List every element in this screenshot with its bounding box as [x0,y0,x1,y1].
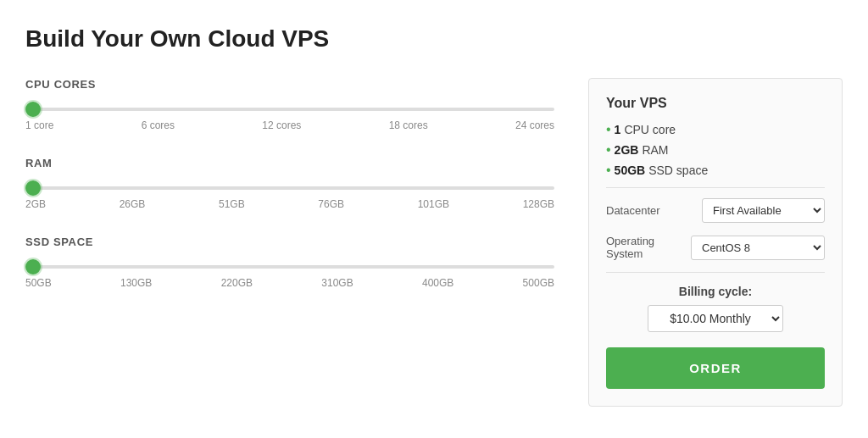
vps-divider-1 [606,187,825,188]
ram-slider-group: RAM 2GB 26GB 51GB 76GB 101GB 128GB [25,157,554,210]
cpu-tick-2: 12 cores [262,119,301,131]
cpu-slider[interactable] [25,108,554,111]
ssd-tick-4: 400GB [422,277,453,289]
ram-ticks: 2GB 26GB 51GB 76GB 101GB 128GB [25,198,554,210]
billing-select[interactable]: $10.00 Monthly $100.00 Yearly [648,305,783,332]
ssd-tick-5: 500GB [523,277,554,289]
order-button[interactable]: ORDER [606,347,825,389]
os-select[interactable]: CentOS 8 Ubuntu 20.04 Debian 10 Windows … [691,236,825,260]
os-row: Operating System CentOS 8 Ubuntu 20.04 D… [606,235,825,260]
vps-cpu-text: CPU core [624,123,676,136]
billing-label: Billing cycle: [606,285,825,298]
vps-ram-bold: 2GB [615,143,639,157]
cpu-ticks: 1 core 6 cores 12 cores 18 cores 24 core… [25,119,554,131]
page-title: Build Your Own Cloud VPS [25,25,843,53]
ram-tick-3: 76GB [318,198,344,210]
ssd-tick-2: 220GB [221,277,253,289]
ssd-tick-3: 310GB [321,277,353,289]
cpu-tick-1: 6 cores [142,119,175,131]
vps-ram-summary: • 2GB RAM [606,143,825,157]
ram-tick-2: 51GB [219,198,245,210]
ssd-slider-group: SSD SPACE 50GB 130GB 220GB 310GB 400GB 5… [25,236,554,289]
cpu-tick-0: 1 core [25,119,53,131]
cpu-tick-4: 24 cores [515,119,554,131]
ram-tick-1: 26GB [120,198,146,210]
datacenter-label: Datacenter [606,204,691,217]
vps-panel-title: Your VPS [606,96,825,111]
vps-cpu-bold: 1 [615,123,621,136]
sliders-section: CPU CORES 1 core 6 cores 12 cores 18 cor… [25,78,554,314]
datacenter-row: Datacenter First Available US East US We… [606,198,825,223]
billing-section: Billing cycle: $10.00 Monthly $100.00 Ye… [606,285,825,332]
vps-divider-2 [606,272,825,273]
ram-tick-4: 101GB [418,198,449,210]
ssd-tick-1: 130GB [120,277,152,289]
cpu-slider-group: CPU CORES 1 core 6 cores 12 cores 18 cor… [25,78,554,131]
ram-slider[interactable] [25,186,554,190]
vps-panel: Your VPS • 1 CPU core • 2GB RAM • 50GB S… [588,78,843,407]
ssd-slider-wrapper [25,257,554,272]
ram-label: RAM [25,157,554,169]
cpu-label: CPU CORES [25,78,554,91]
vps-cpu-summary: • 1 CPU core [606,123,825,136]
cpu-slider-wrapper [25,99,554,114]
cpu-dot: • [606,123,611,136]
ram-slider-wrapper [25,178,554,193]
ssd-label: SSD SPACE [25,236,554,248]
vps-ssd-summary: • 50GB SSD space [606,164,825,177]
ram-dot: • [606,143,611,157]
ram-tick-5: 128GB [523,198,554,210]
ssd-ticks: 50GB 130GB 220GB 310GB 400GB 500GB [25,277,554,289]
ram-tick-0: 2GB [25,198,46,210]
vps-ssd-bold: 50GB [615,164,646,177]
datacenter-select[interactable]: First Available US East US West EU West … [702,198,825,223]
ssd-tick-0: 50GB [25,277,52,289]
vps-ram-text: RAM [642,143,668,157]
vps-ssd-text: SSD space [648,164,708,177]
ssd-dot: • [606,164,611,177]
ssd-slider[interactable] [25,265,554,269]
cpu-tick-3: 18 cores [389,119,428,131]
os-label: Operating System [606,235,691,260]
